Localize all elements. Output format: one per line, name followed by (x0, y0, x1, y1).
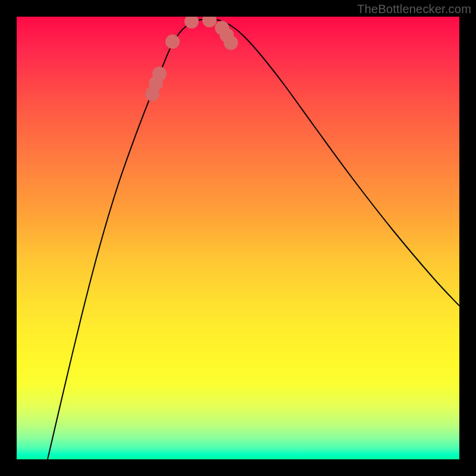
marker-group (145, 17, 238, 101)
left-curve-path (48, 19, 207, 459)
curve-marker (202, 17, 217, 27)
curve-marker (184, 17, 199, 29)
curve-marker (165, 35, 180, 49)
watermark-text: TheBottlenecker.com (357, 2, 471, 16)
curve-marker (152, 67, 167, 81)
right-curve-path (207, 19, 459, 306)
curve-marker (224, 36, 238, 50)
bottleneck-curve (17, 17, 459, 459)
chart-frame: TheBottlenecker.com (0, 0, 476, 476)
plot-area (17, 17, 459, 459)
